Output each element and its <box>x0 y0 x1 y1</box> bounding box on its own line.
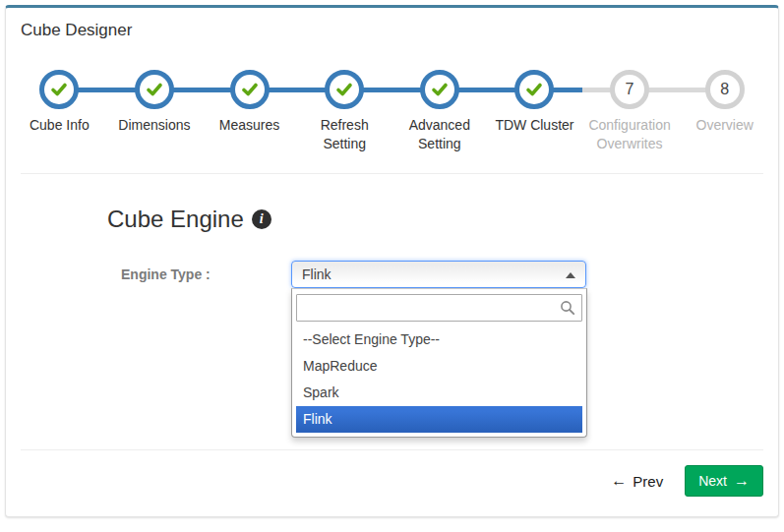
engine-type-options: --Select Engine Type-- MapReduce Spark F… <box>296 326 582 433</box>
step-cube-info[interactable]: Cube Info <box>12 70 107 153</box>
step-tdw-cluster[interactable]: TDW Cluster <box>487 70 582 153</box>
step-label: Configuration Overwrites <box>582 116 677 153</box>
step-label: Advanced Setting <box>392 116 487 153</box>
step-circle[interactable] <box>230 70 270 109</box>
step-circle[interactable] <box>325 70 364 109</box>
step-measures[interactable]: Measures <box>202 70 297 153</box>
step-label: Cube Info <box>30 116 90 135</box>
wizard-stepper: Cube Info Dimensions Measures Refresh Se… <box>6 40 778 173</box>
step-connector <box>78 88 106 92</box>
check-icon <box>240 80 260 99</box>
step-connector <box>269 88 297 92</box>
step-connector <box>487 88 515 92</box>
dropdown-search <box>292 294 586 326</box>
step-connector <box>677 88 705 92</box>
step-circle[interactable] <box>135 70 174 109</box>
step-connector <box>582 88 611 92</box>
step-number: 7 <box>626 81 634 98</box>
cube-designer-panel: Cube Designer Cube Info Dimensions Measu… <box>5 5 779 517</box>
search-icon <box>560 300 575 316</box>
step-connector <box>553 88 581 92</box>
step-connector <box>648 88 677 92</box>
step-connector <box>458 88 487 92</box>
arrow-left-icon: ← <box>611 473 627 489</box>
option-mapreduce[interactable]: MapReduce <box>296 353 582 380</box>
step-circle[interactable]: 8 <box>705 70 745 109</box>
wizard-footer: ← Prev Next → <box>6 450 778 516</box>
check-icon <box>334 80 354 99</box>
chevron-up-icon <box>566 272 575 278</box>
section-title-text: Cube Engine <box>107 206 244 233</box>
step-advanced-setting[interactable]: Advanced Setting <box>392 70 488 153</box>
step-connector <box>107 88 136 92</box>
step-overview[interactable]: 8 Overview <box>677 70 772 153</box>
step-circle[interactable] <box>514 70 554 109</box>
next-button-label: Next <box>698 473 727 489</box>
step-label: Overview <box>696 116 754 135</box>
prev-button[interactable]: ← Prev <box>603 467 671 496</box>
step-label: Measures <box>219 116 279 135</box>
step-label: TDW Cluster <box>495 116 573 135</box>
arrow-right-icon: → <box>734 473 750 489</box>
step-refresh-setting[interactable]: Refresh Setting <box>297 70 392 153</box>
step-configuration-overwrites[interactable]: 7 Configuration Overwrites <box>582 70 678 153</box>
engine-type-label: Engine Type : <box>121 261 291 288</box>
engine-type-dropdown: Flink --Select Engine Type-- MapReduce <box>291 261 586 288</box>
step-circle[interactable] <box>420 70 459 109</box>
check-icon <box>524 80 544 99</box>
check-icon <box>145 80 164 99</box>
step-connector <box>202 88 230 92</box>
step-label: Dimensions <box>118 116 190 135</box>
check-icon <box>49 80 69 99</box>
next-button[interactable]: Next → <box>685 465 763 497</box>
step-connector <box>363 88 392 92</box>
step-circle[interactable]: 7 <box>610 70 649 109</box>
section-title: Cube Engine i <box>107 174 778 233</box>
engine-type-drop-panel: --Select Engine Type-- MapReduce Spark F… <box>291 288 587 438</box>
info-icon[interactable]: i <box>252 209 271 229</box>
step-circle[interactable] <box>39 70 79 109</box>
check-icon <box>430 80 450 99</box>
engine-type-select[interactable]: Flink <box>291 261 586 288</box>
engine-type-search-input[interactable] <box>296 294 582 322</box>
selected-value: Flink <box>302 266 332 282</box>
step-number: 8 <box>720 81 729 98</box>
step-label: Refresh Setting <box>297 116 392 153</box>
engine-type-row: Engine Type : Flink --Select <box>107 261 778 288</box>
page-title: Cube Designer <box>6 8 778 40</box>
option-select-engine-type[interactable]: --Select Engine Type-- <box>296 326 582 353</box>
option-spark[interactable]: Spark <box>296 380 582 406</box>
step-dimensions[interactable]: Dimensions <box>107 70 203 153</box>
cube-engine-section: Cube Engine i Engine Type : Flink <box>6 174 778 449</box>
step-connector <box>297 88 326 92</box>
prev-button-label: Prev <box>633 473 663 490</box>
step-connector <box>173 88 202 92</box>
option-flink[interactable]: Flink <box>296 406 582 433</box>
step-connector <box>392 88 421 92</box>
